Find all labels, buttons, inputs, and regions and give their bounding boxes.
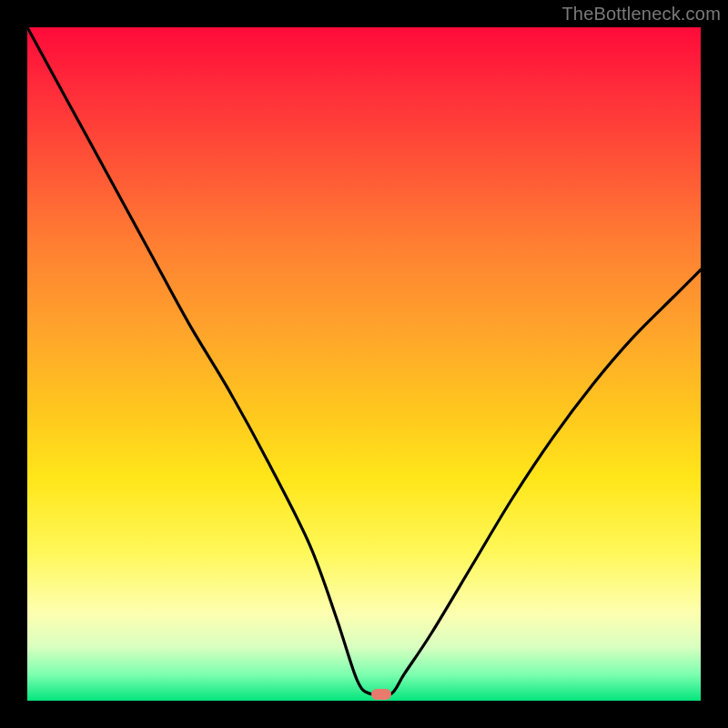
optimal-marker: [371, 689, 391, 700]
bottleneck-curve: [27, 27, 701, 696]
chart-frame: TheBottleneck.com: [0, 0, 728, 728]
plot-area: [27, 27, 701, 701]
watermark-text: TheBottleneck.com: [561, 4, 721, 25]
curve-layer: [27, 27, 701, 701]
